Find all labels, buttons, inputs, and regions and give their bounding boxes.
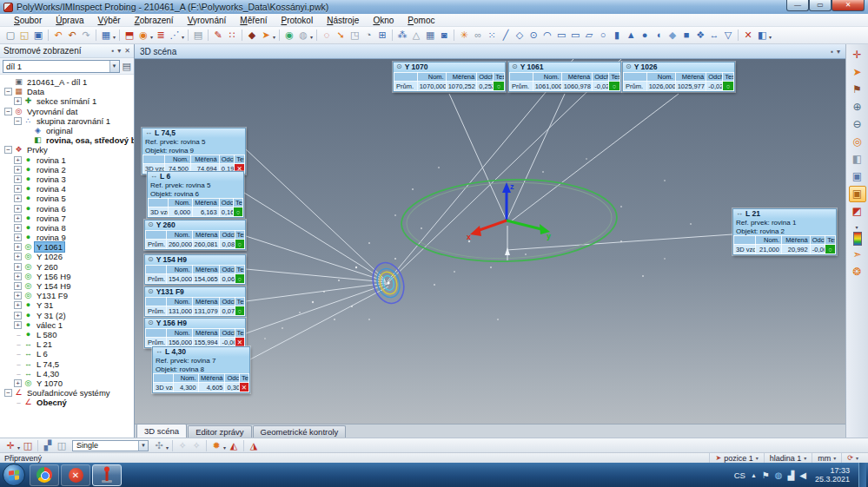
tree-item-skupina-zarovn-n-1[interactable]: −∴skupina zarovnání 1 bbox=[3, 116, 134, 126]
create-surface-icon[interactable]: ◆ bbox=[666, 29, 679, 43]
annotation-y-154-h9[interactable]: ⊙Y 154 H9Nom.MěřenáOdch.TestPrům.154,000… bbox=[144, 254, 246, 285]
chevron-down-icon[interactable]: ▾ bbox=[837, 48, 840, 56]
dropdown-arrow-icon[interactable]: ▾ bbox=[756, 455, 759, 461]
create-ellipse-icon[interactable]: ○ bbox=[596, 29, 610, 43]
create-hotspot-icon[interactable]: ✳ bbox=[457, 29, 471, 43]
window-layout-icon[interactable]: ▞ bbox=[41, 438, 55, 452]
scene-viewport[interactable]: z y x ⊙Y 1070Nom.MěřenáOdch.TestPrům.107… bbox=[135, 59, 845, 424]
build-inspect-icon[interactable]: ✕ bbox=[741, 29, 755, 43]
new-file-icon[interactable]: ▢ bbox=[3, 29, 17, 43]
create-pattern-icon[interactable]: ❖ bbox=[693, 29, 707, 43]
chart-view-icon[interactable]: ⋰ bbox=[168, 29, 182, 43]
save-icon[interactable]: ▣ bbox=[31, 29, 45, 43]
menu-pomoc[interactable]: Pomoc bbox=[401, 15, 441, 26]
menu-m-en[interactable]: Měření bbox=[233, 15, 274, 26]
tree-expander-icon[interactable]: + bbox=[14, 301, 22, 309]
annotation-y-1070[interactable]: ⊙Y 1070Nom.MěřenáOdch.TestPrům.1070,0001… bbox=[393, 62, 506, 92]
tree-expander-icon[interactable]: + bbox=[14, 97, 22, 105]
chevron-down-icon[interactable]: ▾ bbox=[117, 47, 121, 55]
annotation-y-260[interactable]: ⊙Y 260Nom.MěřenáOdch.TestPrům.260,000260… bbox=[144, 220, 246, 250]
tree-item-rovina-4[interactable]: +●rovina 4 bbox=[3, 184, 134, 194]
minimize-button[interactable]: — bbox=[786, 0, 809, 11]
close-button[interactable]: ✕ bbox=[832, 0, 865, 11]
combo-arrow-icon[interactable]: ▼ bbox=[138, 441, 148, 451]
ghost-points-2-icon[interactable]: ✧ bbox=[189, 438, 203, 452]
tree-item-rovina-2[interactable]: +●rovina 2 bbox=[3, 165, 134, 174]
cluster-points-icon[interactable]: ✹ bbox=[209, 438, 223, 452]
dropdown-arrow-icon[interactable]: ▾ bbox=[150, 34, 153, 40]
dropdown-arrow-icon[interactable]: ▾ bbox=[856, 455, 858, 461]
create-rectangle-icon[interactable]: ▭ bbox=[568, 29, 582, 43]
tree-item-v-lec-1[interactable]: +●válec 1 bbox=[3, 320, 134, 330]
tripod-icon[interactable]: △ bbox=[409, 29, 423, 43]
probe-person-icon[interactable]: ◫ bbox=[55, 438, 69, 452]
taskbar-chrome-button[interactable] bbox=[30, 464, 59, 486]
dropdown-arrow-icon[interactable]: ▾ bbox=[182, 34, 184, 40]
menu-protokol[interactable]: Protokol bbox=[274, 15, 320, 26]
close-icon[interactable]: ✕ bbox=[124, 47, 130, 55]
tree-item-y-1026[interactable]: +◎Y 1026 bbox=[3, 252, 134, 261]
tree-item-l-4-30[interactable]: –↔L 4,30 bbox=[3, 369, 134, 378]
tree-item-y-154-h9[interactable]: +◎Y 154 H9 bbox=[3, 281, 134, 291]
compare-object-icon[interactable]: ◧ bbox=[755, 29, 769, 43]
tree-item-y-156-h9[interactable]: +◎Y 156 H9 bbox=[3, 272, 134, 281]
start-button[interactable] bbox=[3, 464, 25, 486]
app-circle-icon[interactable]: ◍ bbox=[775, 471, 783, 480]
goggles-view-2-icon[interactable]: ◮ bbox=[247, 438, 261, 452]
create-slot-icon[interactable]: ▭ bbox=[554, 29, 568, 43]
tab-3d-sc-na[interactable]: 3D scéna bbox=[136, 424, 187, 438]
tree-expander-icon[interactable]: + bbox=[14, 224, 22, 232]
color-scale-icon[interactable] bbox=[853, 232, 862, 246]
scene-view-active-icon[interactable]: ▣ bbox=[849, 186, 866, 202]
ghost-points-1-icon[interactable]: ✧ bbox=[176, 438, 189, 452]
tree-item-sou-adnicov-syst-my[interactable]: −∠Souřadnicové systémy bbox=[3, 388, 134, 398]
tree-expander-icon[interactable]: + bbox=[14, 263, 22, 271]
annotate-pen-icon[interactable]: ✎ bbox=[211, 29, 225, 43]
tree-expander-icon[interactable]: + bbox=[14, 166, 22, 174]
taskbar-polyworks-manager-button[interactable]: ✕ bbox=[61, 464, 90, 486]
maximize-button[interactable]: ▭ bbox=[809, 0, 832, 11]
tree-expander-icon[interactable]: + bbox=[14, 273, 22, 280]
tree-item-rovina-5[interactable]: +●rovina 5 bbox=[3, 194, 134, 203]
create-box-icon[interactable]: ■ bbox=[679, 29, 693, 43]
dropdown-arrow-icon[interactable]: ▾ bbox=[769, 34, 772, 40]
pin-icon[interactable]: ▪ bbox=[111, 47, 114, 55]
zoom-out-icon[interactable]: ⊖ bbox=[849, 116, 866, 133]
create-cylinder-icon[interactable]: ▮ bbox=[610, 29, 624, 43]
language-indicator[interactable]: CS bbox=[734, 471, 745, 480]
create-merge-icon[interactable]: ∞ bbox=[471, 29, 485, 43]
menu-v-b-r[interactable]: Výběr bbox=[91, 15, 128, 26]
annotation-l-4-30[interactable]: ↔L 4,30Ref. prvek: rovina 7Objekt: rovin… bbox=[152, 346, 250, 393]
digital-readout-icon[interactable]: ∷ bbox=[225, 29, 239, 43]
tree-item-rovina-1[interactable]: +●rovina 1 bbox=[3, 155, 134, 165]
tree-expander-icon[interactable]: + bbox=[14, 185, 22, 193]
sequence-editor-icon[interactable]: ≣ bbox=[154, 29, 168, 43]
tree-item-210461-a-d-l-1[interactable]: ▣210461_A - díl 1 bbox=[3, 77, 134, 87]
probe-tool-icon[interactable]: ➤ bbox=[259, 29, 273, 43]
tree-item-y-31-2[interactable]: +●Y 31 (2) bbox=[3, 311, 134, 320]
network-icon[interactable]: ▟ bbox=[788, 471, 795, 480]
tree-expander-icon[interactable]: + bbox=[14, 282, 22, 290]
tree-expander-icon[interactable]: − bbox=[4, 146, 12, 154]
zoom-in-icon[interactable]: ⊕ bbox=[849, 99, 866, 115]
play-measure-icon[interactable]: ◉ bbox=[136, 29, 150, 43]
menu-zobrazen[interactable]: Zobrazení bbox=[128, 15, 181, 26]
tree-item-y-1070[interactable]: +◎Y 1070 bbox=[3, 378, 134, 388]
tree-item-rovina-8[interactable]: +●rovina 8 bbox=[3, 223, 134, 233]
camera-icon[interactable]: ◙ bbox=[437, 29, 451, 43]
goggles-view-icon[interactable]: ◭ bbox=[227, 438, 241, 452]
tree-expander-icon[interactable]: + bbox=[14, 243, 22, 251]
dropdown-arrow-icon[interactable]: ▾ bbox=[833, 455, 836, 461]
tree-expander-icon[interactable]: + bbox=[14, 205, 22, 213]
tree-item-rovina-7[interactable]: +●rovina 7 bbox=[3, 214, 134, 223]
tree-item-y131-f9[interactable]: +◎Y131 F9 bbox=[3, 291, 134, 300]
tree-item-y-260[interactable]: +◎Y 260 bbox=[3, 262, 134, 272]
status-units[interactable]: mm▾ bbox=[812, 453, 841, 463]
select-rect-icon[interactable]: ◳ bbox=[348, 29, 361, 43]
export-report-icon[interactable]: ⬒ bbox=[123, 29, 136, 43]
align-device-icon[interactable]: ➤ bbox=[849, 64, 866, 81]
snap-view-icon[interactable]: ❂ bbox=[849, 264, 866, 280]
annotation-y131-f9[interactable]: ⊙Y131 F9Nom.MěřenáOdch.TestPrům.131,0001… bbox=[144, 286, 246, 317]
tree-expander-icon[interactable]: − bbox=[4, 389, 12, 397]
create-polygon-icon[interactable]: ▱ bbox=[582, 29, 596, 43]
